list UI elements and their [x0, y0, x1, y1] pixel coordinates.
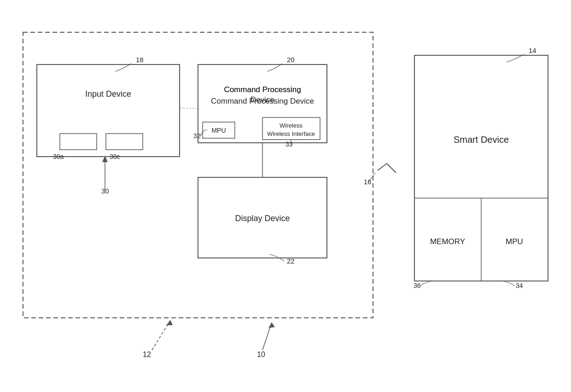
svg-rect-6: [60, 134, 97, 150]
svg-line-19: [378, 164, 387, 170]
ref-10-label: 10: [257, 351, 265, 358]
cmd-device-line2: Device: [251, 95, 274, 104]
svg-marker-2: [268, 322, 275, 328]
ref-22-label: 22: [287, 257, 295, 265]
ref-30a-label: 30a: [53, 153, 64, 160]
diagram: 10 12 Input Device 18 30a 30c 30 Command…: [0, 0, 571, 392]
cmd-device-line1: Command Processing: [224, 85, 301, 94]
ref-34-label: 34: [516, 282, 523, 289]
ref-18-label: 18: [136, 56, 144, 64]
mpu-smart-label: MPU: [506, 237, 523, 246]
mpu-cmd-label: MPU: [211, 127, 226, 134]
svg-rect-7: [106, 134, 143, 150]
ref-36-label: 36: [414, 282, 421, 289]
svg-rect-5: [37, 64, 180, 157]
memory-label: MEMORY: [430, 237, 465, 246]
svg-marker-4: [166, 320, 173, 325]
wireless-label-1: Wireless: [280, 122, 303, 129]
wireless-label-2: Wireless Interface: [267, 130, 315, 137]
svg-line-20: [387, 164, 396, 173]
display-device-label: Display Device: [235, 214, 290, 223]
ref-12-label: 12: [143, 351, 151, 358]
input-device-label: Input Device: [85, 89, 131, 99]
ref-20-label: 20: [287, 56, 295, 64]
ref-33-label: 33: [286, 140, 293, 148]
ref-14-label: 14: [529, 47, 536, 54]
smart-device-label: Smart Device: [454, 135, 509, 145]
ref-32-label: 32: [193, 132, 201, 140]
ref-30c-label: 30c: [110, 153, 120, 160]
